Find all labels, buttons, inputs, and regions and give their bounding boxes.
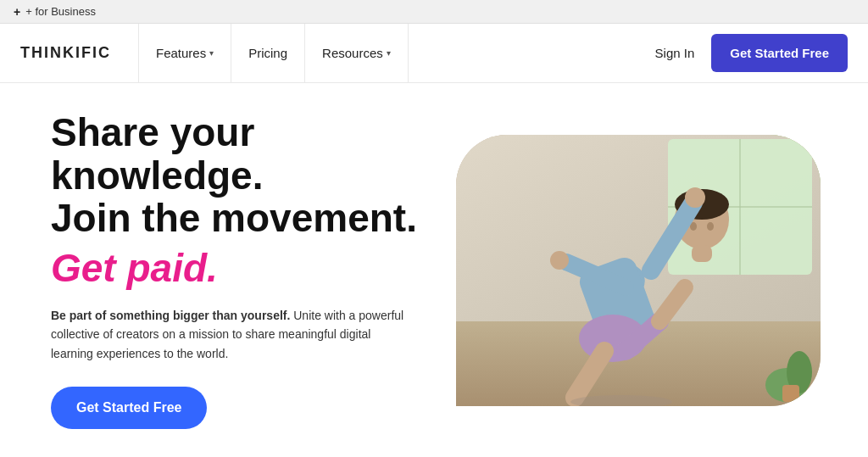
nav-links: Features ▾ Pricing Resources ▾ [138,24,655,83]
hero-description: Be part of something bigger than yoursel… [51,306,407,363]
sign-in-link[interactable]: Sign In [655,46,695,60]
svg-point-18 [550,251,569,270]
chevron-down-icon-resources: ▾ [387,48,391,58]
navbar: THINKIFIC Features ▾ Pricing Resources ▾… [0,24,868,83]
svg-rect-26 [782,385,799,402]
hero-title-line1: Share your [51,110,254,154]
hero-title: Share your knowledge. Join the movement. [51,111,417,240]
hero-image-area [451,135,826,406]
get-started-hero-button[interactable]: Get Started Free [51,387,207,429]
logo[interactable]: THINKIFIC [20,44,111,62]
nav-item-resources[interactable]: Resources ▾ [305,24,409,83]
hero-title-line2: knowledge. [51,153,263,198]
nav-resources-label: Resources [322,46,383,60]
hero-title-accent: Get paid. [51,245,417,291]
business-banner-text[interactable]: + for Business [25,5,96,18]
nav-features-label: Features [156,46,206,60]
hero-image-container [456,135,821,406]
top-banner: + + for Business [0,0,868,24]
nav-pricing-label: Pricing [248,46,287,60]
hero-illustration [456,135,821,406]
svg-rect-14 [692,245,712,262]
hero-title-line3: Join the movement. [51,196,417,240]
hero-section: Share your knowledge. Join the movement.… [0,83,868,457]
hero-description-bold: Be part of something bigger than yoursel… [51,309,290,322]
chevron-down-icon: ▾ [209,48,214,58]
get-started-nav-button[interactable]: Get Started Free [711,34,848,72]
svg-point-13 [707,222,714,231]
hero-content: Share your knowledge. Join the movement.… [51,111,417,429]
nav-item-pricing[interactable]: Pricing [231,24,305,83]
svg-point-16 [685,187,705,208]
plus-icon: + [14,5,20,19]
nav-item-features[interactable]: Features ▾ [138,24,231,83]
nav-actions: Sign In Get Started Free [655,34,848,72]
